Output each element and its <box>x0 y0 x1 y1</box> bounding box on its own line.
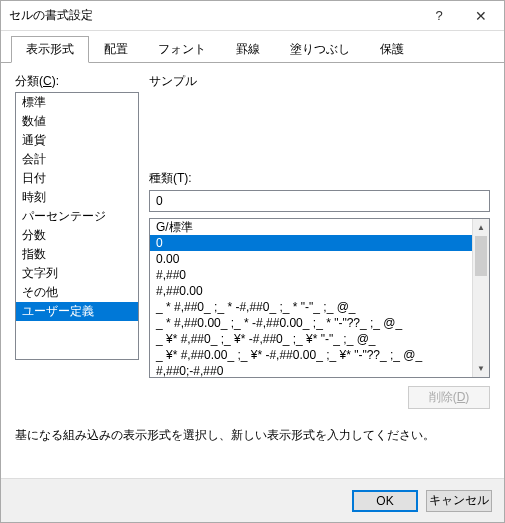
format-item[interactable]: #,##0 <box>150 267 472 283</box>
category-label: 分類(C): <box>15 73 139 90</box>
type-label: 種類(T): <box>149 170 490 187</box>
tab-number-format[interactable]: 表示形式 <box>11 36 89 63</box>
category-item[interactable]: 分数 <box>16 226 138 245</box>
format-item[interactable]: 0.00 <box>150 251 472 267</box>
category-item-custom[interactable]: ユーザー定義 <box>16 302 138 321</box>
category-item[interactable]: その他 <box>16 283 138 302</box>
format-item[interactable]: 0 <box>150 235 472 251</box>
scroll-up-icon[interactable]: ▲ <box>473 219 489 236</box>
format-item[interactable]: _ * #,##0.00_ ;_ * -#,##0.00_ ;_ * "-"??… <box>150 315 472 331</box>
close-icon: ✕ <box>475 8 487 24</box>
category-item[interactable]: 通貨 <box>16 131 138 150</box>
category-item[interactable]: 標準 <box>16 93 138 112</box>
format-item[interactable]: #,##0;-#,##0 <box>150 363 472 377</box>
category-listbox[interactable]: 標準 数値 通貨 会計 日付 時刻 パーセンテージ 分数 指数 文字列 その他 … <box>15 92 139 360</box>
format-item[interactable]: _ * #,##0_ ;_ * -#,##0_ ;_ * "-"_ ;_ @_ <box>150 299 472 315</box>
tab-fill[interactable]: 塗りつぶし <box>275 36 365 63</box>
scroll-down-icon[interactable]: ▼ <box>473 360 489 377</box>
category-item[interactable]: 数値 <box>16 112 138 131</box>
titlebar: セルの書式設定 ? ✕ <box>1 1 504 31</box>
format-scrollbar[interactable]: ▲ ▼ <box>472 219 489 377</box>
delete-button: 削除(D) <box>408 386 490 409</box>
cancel-button[interactable]: キャンセル <box>426 490 492 512</box>
close-button[interactable]: ✕ <box>460 2 502 30</box>
tab-protection[interactable]: 保護 <box>365 36 419 63</box>
help-icon: ? <box>435 8 442 23</box>
tab-font[interactable]: フォント <box>143 36 221 63</box>
category-item[interactable]: パーセンテージ <box>16 207 138 226</box>
sample-label: サンプル <box>149 73 490 90</box>
format-item[interactable]: G/標準 <box>150 219 472 235</box>
ok-button[interactable]: OK <box>352 490 418 512</box>
tab-border[interactable]: 罫線 <box>221 36 275 63</box>
help-button[interactable]: ? <box>418 2 460 30</box>
tab-content: 分類(C): 標準 数値 通貨 会計 日付 時刻 パーセンテージ 分数 指数 文… <box>1 63 504 478</box>
sample-box <box>149 108 490 154</box>
tab-strip: 表示形式 配置 フォント 罫線 塗りつぶし 保護 <box>1 31 504 63</box>
scroll-track[interactable] <box>473 236 489 360</box>
category-item[interactable]: 文字列 <box>16 264 138 283</box>
dialog-footer: OK キャンセル <box>1 478 504 522</box>
format-cells-dialog: セルの書式設定 ? ✕ 表示形式 配置 フォント 罫線 塗りつぶし 保護 分類(… <box>0 0 505 523</box>
format-listbox[interactable]: G/標準 0 0.00 #,##0 #,##0.00 _ * #,##0_ ;_… <box>149 218 490 378</box>
category-item[interactable]: 指数 <box>16 245 138 264</box>
category-item[interactable]: 時刻 <box>16 188 138 207</box>
tab-alignment[interactable]: 配置 <box>89 36 143 63</box>
help-text: 基になる組み込みの表示形式を選択し、新しい表示形式を入力してください。 <box>15 427 490 444</box>
window-title: セルの書式設定 <box>9 7 418 24</box>
scroll-thumb[interactable] <box>475 236 487 276</box>
category-item[interactable]: 会計 <box>16 150 138 169</box>
category-item[interactable]: 日付 <box>16 169 138 188</box>
format-item[interactable]: #,##0.00 <box>150 283 472 299</box>
format-item[interactable]: _ ¥* #,##0_ ;_ ¥* -#,##0_ ;_ ¥* "-"_ ;_ … <box>150 331 472 347</box>
type-input[interactable] <box>149 190 490 212</box>
format-item[interactable]: _ ¥* #,##0.00_ ;_ ¥* -#,##0.00_ ;_ ¥* "-… <box>150 347 472 363</box>
